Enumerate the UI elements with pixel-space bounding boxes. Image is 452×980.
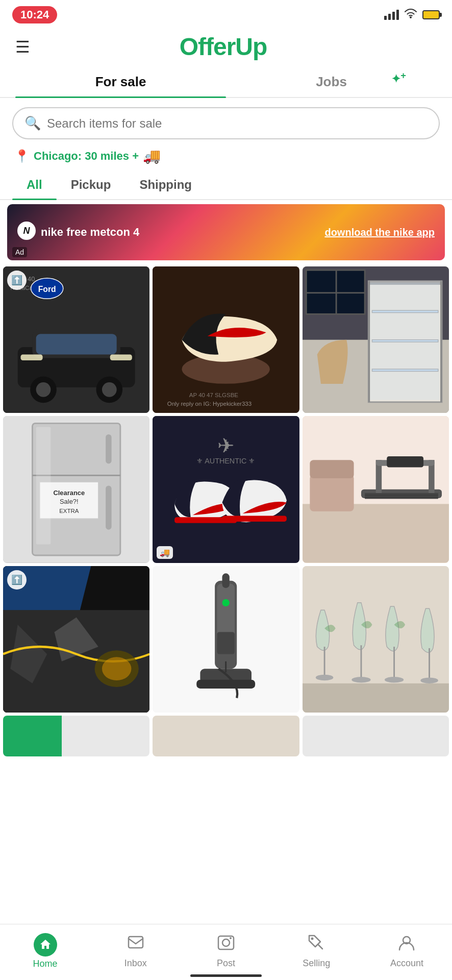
- svg-point-78: [316, 674, 333, 680]
- nav-label-account: Account: [390, 958, 423, 969]
- partial-card-left: [3, 716, 149, 756]
- svg-point-12: [102, 382, 117, 397]
- svg-text:⚜ AUTHENTIC ⚜: ⚜ AUTHENTIC ⚜: [196, 457, 255, 465]
- product-card-4[interactable]: Clearance Sale?! EXTRA: [3, 416, 149, 562]
- svg-rect-51: [303, 504, 449, 563]
- product-card-6[interactable]: [303, 416, 449, 562]
- svg-rect-13: [36, 334, 117, 354]
- svg-text:Only reply on IG: Hypekicker33: Only reply on IG: Hypekicker333: [167, 401, 252, 407]
- nav-item-inbox[interactable]: Inbox: [90, 924, 181, 973]
- svg-rect-38: [106, 486, 111, 530]
- search-input[interactable]: [47, 116, 428, 131]
- shipping-badge-5: 🚚: [157, 546, 173, 559]
- svg-rect-79: [360, 645, 362, 678]
- nav-label-home: Home: [33, 959, 58, 969]
- selling-icon: [307, 934, 325, 956]
- svg-point-70: [222, 599, 230, 606]
- product-card-9[interactable]: [303, 566, 449, 713]
- nav-label-selling: Selling: [303, 958, 330, 969]
- hamburger-icon[interactable]: ☰: [15, 39, 30, 55]
- post-icon: [217, 934, 235, 956]
- svg-rect-69: [222, 573, 230, 588]
- logo: OfferUp: [180, 33, 267, 61]
- ad-badge: Ad: [12, 247, 27, 257]
- svg-rect-14: [20, 354, 42, 360]
- ad-cta[interactable]: download the nike app: [324, 227, 435, 238]
- nav-item-selling[interactable]: Selling: [271, 924, 362, 973]
- partial-bottom-row: [0, 716, 452, 756]
- svg-text:N: N: [23, 226, 31, 236]
- ad-tagline: nike free metcon 4: [41, 226, 139, 239]
- nav-label-inbox: Inbox: [124, 958, 147, 969]
- svg-text:Sale?!: Sale?!: [60, 498, 79, 506]
- ad-banner[interactable]: N nike free metcon 4 download the nike a…: [7, 204, 445, 260]
- battery-icon: [422, 10, 440, 19]
- svg-rect-32: [440, 281, 442, 402]
- search-container: 🔍: [0, 98, 452, 144]
- svg-point-89: [311, 938, 314, 940]
- product-grid: (708) 40... RizzaCar Ford ⬆️: [0, 266, 452, 713]
- location-text: Chicago: 30 miles +: [34, 150, 139, 163]
- svg-rect-73: [217, 632, 235, 654]
- product-card-7[interactable]: ⬆️: [3, 566, 149, 713]
- product-grid-container: (708) 40... RizzaCar Ford ⬆️: [0, 264, 452, 825]
- nav-item-post[interactable]: Post: [181, 924, 271, 973]
- main-tabs: For sale Jobs ✦+: [0, 68, 452, 98]
- home-indicator: [190, 974, 262, 977]
- svg-rect-77: [323, 647, 325, 676]
- filter-tab-shipping[interactable]: Shipping: [125, 173, 206, 199]
- wifi-icon: [404, 8, 417, 21]
- svg-rect-72: [197, 679, 256, 688]
- status-bar: 10:24: [0, 0, 452, 28]
- svg-rect-25: [306, 292, 365, 293]
- svg-point-87: [222, 939, 230, 946]
- nav-label-post: Post: [217, 958, 235, 969]
- product-card-3[interactable]: [303, 266, 449, 413]
- svg-rect-74: [225, 661, 227, 672]
- partial-card-mid: [153, 716, 299, 756]
- signal-icon: [384, 10, 399, 20]
- product-card-2[interactable]: Only reply on IG: Hypekicker333 AP 40 47…: [153, 266, 299, 413]
- svg-rect-83: [429, 648, 430, 679]
- location-pin-icon: 📍: [14, 149, 30, 163]
- tab-jobs[interactable]: Jobs ✦+: [226, 68, 437, 97]
- svg-rect-85: [129, 937, 143, 948]
- svg-point-82: [385, 677, 404, 682]
- status-icons: [384, 8, 440, 21]
- svg-rect-76: [303, 683, 449, 713]
- filter-tab-all[interactable]: All: [12, 173, 57, 199]
- nav-item-home[interactable]: Home: [0, 924, 90, 973]
- svg-point-65: [102, 657, 131, 680]
- svg-text:EXTRA: EXTRA: [59, 508, 79, 514]
- account-icon: [397, 934, 416, 956]
- upload-badge-1: ⬆️: [7, 271, 27, 290]
- svg-point-84: [420, 677, 438, 683]
- svg-rect-52: [310, 475, 354, 511]
- svg-rect-55: [365, 493, 438, 499]
- home-icon: [34, 933, 57, 957]
- tab-for-sale[interactable]: For sale: [15, 68, 226, 97]
- filter-tab-pickup[interactable]: Pickup: [57, 173, 125, 199]
- product-card-8[interactable]: [153, 566, 299, 713]
- svg-rect-31: [368, 281, 370, 402]
- svg-point-80: [351, 677, 370, 682]
- upload-badge-7: ⬆️: [7, 570, 27, 590]
- product-card-5[interactable]: ✈ ⚜ AUTHENTIC ⚜ 🚚: [153, 416, 299, 562]
- svg-point-88: [230, 937, 232, 939]
- svg-rect-59: [387, 456, 423, 468]
- location-bar[interactable]: 📍 Chicago: 30 miles + 🚚: [0, 144, 452, 173]
- svg-text:Clearance: Clearance: [53, 489, 85, 497]
- partial-card-right: [303, 716, 449, 756]
- nav-item-account[interactable]: Account: [362, 924, 452, 973]
- product-card-1[interactable]: (708) 40... RizzaCar Ford ⬆️: [3, 266, 149, 413]
- search-bar[interactable]: 🔍: [12, 107, 440, 139]
- svg-rect-33: [370, 283, 439, 400]
- svg-rect-81: [393, 647, 395, 678]
- header: ☰ OfferUp: [0, 28, 452, 66]
- svg-rect-53: [310, 460, 354, 479]
- truck-icon: 🚚: [143, 148, 161, 164]
- svg-text:✈: ✈: [217, 434, 235, 457]
- svg-text:AP 40 47 SLGSBE: AP 40 47 SLGSBE: [189, 392, 239, 398]
- svg-point-10: [36, 382, 51, 397]
- svg-rect-48: [222, 516, 287, 522]
